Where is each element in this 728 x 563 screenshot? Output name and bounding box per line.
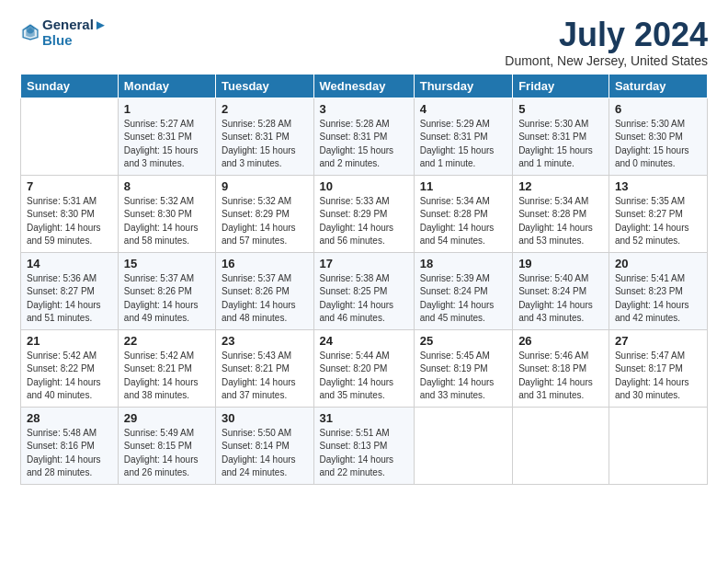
calendar-cell: 4Sunrise: 5:29 AM Sunset: 8:31 PM Daylig… [414,98,512,175]
calendar-body: 1Sunrise: 5:27 AM Sunset: 8:31 PM Daylig… [21,98,708,484]
calendar-cell: 11Sunrise: 5:34 AM Sunset: 8:28 PM Dayli… [414,175,512,252]
weekday-header-thursday: Thursday [414,74,512,98]
weekday-header-saturday: Saturday [609,74,707,98]
calendar-cell: 18Sunrise: 5:39 AM Sunset: 8:24 PM Dayli… [414,252,512,329]
calendar-cell: 28Sunrise: 5:48 AM Sunset: 8:16 PM Dayli… [21,407,119,484]
day-number: 14 [27,257,112,270]
cell-content: Sunrise: 5:27 AM Sunset: 8:31 PM Dayligh… [124,118,210,171]
calendar-cell: 23Sunrise: 5:43 AM Sunset: 8:21 PM Dayli… [216,329,314,407]
week-row-1: 1Sunrise: 5:27 AM Sunset: 8:31 PM Daylig… [21,98,708,175]
calendar-header: SundayMondayTuesdayWednesdayThursdayFrid… [21,74,708,98]
title-block: July 2024 Dumont, New Jersey, United Sta… [505,17,708,68]
day-number: 26 [518,334,603,348]
calendar-cell: 31Sunrise: 5:51 AM Sunset: 8:13 PM Dayli… [313,407,414,484]
day-number: 17 [320,257,408,270]
day-number: 19 [518,257,603,270]
day-number: 1 [124,102,210,116]
calendar-table: SundayMondayTuesdayWednesdayThursdayFrid… [20,74,708,485]
day-number: 8 [124,179,210,193]
day-number: 10 [320,179,408,193]
weekday-header-tuesday: Tuesday [216,74,314,98]
week-row-2: 7Sunrise: 5:31 AM Sunset: 8:30 PM Daylig… [21,175,708,252]
calendar-cell: 20Sunrise: 5:41 AM Sunset: 8:23 PM Dayli… [609,252,707,329]
cell-content: Sunrise: 5:41 AM Sunset: 8:23 PM Dayligh… [615,272,701,326]
cell-content: Sunrise: 5:33 AM Sunset: 8:29 PM Dayligh… [320,195,408,248]
weekday-header-sunday: Sunday [21,74,119,98]
day-number: 5 [518,102,603,116]
logo: General► Blue [20,17,108,48]
day-number: 7 [27,179,112,193]
cell-content: Sunrise: 5:34 AM Sunset: 8:28 PM Dayligh… [518,195,603,248]
page: General► Blue July 2024 Dumont, New Jers… [0,0,728,494]
calendar-cell: 21Sunrise: 5:42 AM Sunset: 8:22 PM Dayli… [21,329,119,407]
week-row-3: 14Sunrise: 5:36 AM Sunset: 8:27 PM Dayli… [21,252,708,329]
day-number: 31 [320,411,408,425]
calendar-cell: 25Sunrise: 5:45 AM Sunset: 8:19 PM Dayli… [414,329,512,407]
calendar-cell: 26Sunrise: 5:46 AM Sunset: 8:18 PM Dayli… [513,329,609,407]
day-number: 25 [420,334,506,348]
cell-content: Sunrise: 5:39 AM Sunset: 8:24 PM Dayligh… [420,272,506,326]
cell-content: Sunrise: 5:37 AM Sunset: 8:26 PM Dayligh… [124,272,210,326]
day-number: 4 [420,102,506,116]
cell-content: Sunrise: 5:44 AM Sunset: 8:20 PM Dayligh… [320,350,408,403]
calendar-cell: 6Sunrise: 5:30 AM Sunset: 8:30 PM Daylig… [609,98,707,175]
calendar-cell: 29Sunrise: 5:49 AM Sunset: 8:15 PM Dayli… [118,407,215,484]
cell-content: Sunrise: 5:46 AM Sunset: 8:18 PM Dayligh… [518,350,603,403]
cell-content: Sunrise: 5:37 AM Sunset: 8:26 PM Dayligh… [222,272,308,326]
day-number: 3 [320,102,408,116]
day-number: 28 [27,411,112,425]
calendar-cell: 10Sunrise: 5:33 AM Sunset: 8:29 PM Dayli… [313,175,414,252]
day-number: 23 [222,334,308,348]
cell-content: Sunrise: 5:29 AM Sunset: 8:31 PM Dayligh… [420,118,506,171]
cell-content: Sunrise: 5:51 AM Sunset: 8:13 PM Dayligh… [320,427,408,480]
cell-content: Sunrise: 5:40 AM Sunset: 8:24 PM Dayligh… [518,272,603,326]
day-number: 15 [124,257,210,270]
day-number: 13 [615,179,701,193]
calendar-cell: 5Sunrise: 5:30 AM Sunset: 8:31 PM Daylig… [513,98,609,175]
calendar-cell: 7Sunrise: 5:31 AM Sunset: 8:30 PM Daylig… [21,175,119,252]
header: General► Blue July 2024 Dumont, New Jers… [20,17,708,68]
cell-content: Sunrise: 5:47 AM Sunset: 8:17 PM Dayligh… [615,350,701,403]
cell-content: Sunrise: 5:43 AM Sunset: 8:21 PM Dayligh… [222,350,308,403]
calendar-cell: 22Sunrise: 5:42 AM Sunset: 8:21 PM Dayli… [118,329,215,407]
calendar-cell [513,407,609,484]
weekday-header-friday: Friday [513,74,609,98]
cell-content: Sunrise: 5:28 AM Sunset: 8:31 PM Dayligh… [320,118,408,171]
cell-content: Sunrise: 5:30 AM Sunset: 8:31 PM Dayligh… [518,118,603,171]
day-number: 29 [124,411,210,425]
logo-text: General► Blue [42,17,108,48]
cell-content: Sunrise: 5:30 AM Sunset: 8:30 PM Dayligh… [615,118,701,171]
calendar-cell: 2Sunrise: 5:28 AM Sunset: 8:31 PM Daylig… [216,98,314,175]
day-number: 22 [124,334,210,348]
cell-content: Sunrise: 5:42 AM Sunset: 8:22 PM Dayligh… [27,350,112,403]
week-row-4: 21Sunrise: 5:42 AM Sunset: 8:22 PM Dayli… [21,329,708,407]
logo-icon [20,22,40,42]
cell-content: Sunrise: 5:32 AM Sunset: 8:29 PM Dayligh… [222,195,308,248]
weekday-header-row: SundayMondayTuesdayWednesdayThursdayFrid… [21,74,708,98]
calendar-cell: 27Sunrise: 5:47 AM Sunset: 8:17 PM Dayli… [609,329,707,407]
calendar-cell: 15Sunrise: 5:37 AM Sunset: 8:26 PM Dayli… [118,252,215,329]
day-number: 21 [27,334,112,348]
calendar-cell: 30Sunrise: 5:50 AM Sunset: 8:14 PM Dayli… [216,407,314,484]
cell-content: Sunrise: 5:38 AM Sunset: 8:25 PM Dayligh… [320,272,408,326]
subtitle: Dumont, New Jersey, United States [505,53,708,68]
calendar-cell: 19Sunrise: 5:40 AM Sunset: 8:24 PM Dayli… [513,252,609,329]
calendar-cell [414,407,512,484]
cell-content: Sunrise: 5:50 AM Sunset: 8:14 PM Dayligh… [222,427,308,480]
weekday-header-wednesday: Wednesday [313,74,414,98]
day-number: 16 [222,257,308,270]
calendar-cell: 12Sunrise: 5:34 AM Sunset: 8:28 PM Dayli… [513,175,609,252]
calendar-cell: 1Sunrise: 5:27 AM Sunset: 8:31 PM Daylig… [118,98,215,175]
week-row-5: 28Sunrise: 5:48 AM Sunset: 8:16 PM Dayli… [21,407,708,484]
day-number: 11 [420,179,506,193]
cell-content: Sunrise: 5:28 AM Sunset: 8:31 PM Dayligh… [222,118,308,171]
day-number: 12 [518,179,603,193]
day-number: 24 [320,334,408,348]
cell-content: Sunrise: 5:31 AM Sunset: 8:30 PM Dayligh… [27,195,112,248]
cell-content: Sunrise: 5:49 AM Sunset: 8:15 PM Dayligh… [124,427,210,480]
cell-content: Sunrise: 5:32 AM Sunset: 8:30 PM Dayligh… [124,195,210,248]
cell-content: Sunrise: 5:34 AM Sunset: 8:28 PM Dayligh… [420,195,506,248]
day-number: 6 [615,102,701,116]
cell-content: Sunrise: 5:45 AM Sunset: 8:19 PM Dayligh… [420,350,506,403]
calendar-cell: 16Sunrise: 5:37 AM Sunset: 8:26 PM Dayli… [216,252,314,329]
